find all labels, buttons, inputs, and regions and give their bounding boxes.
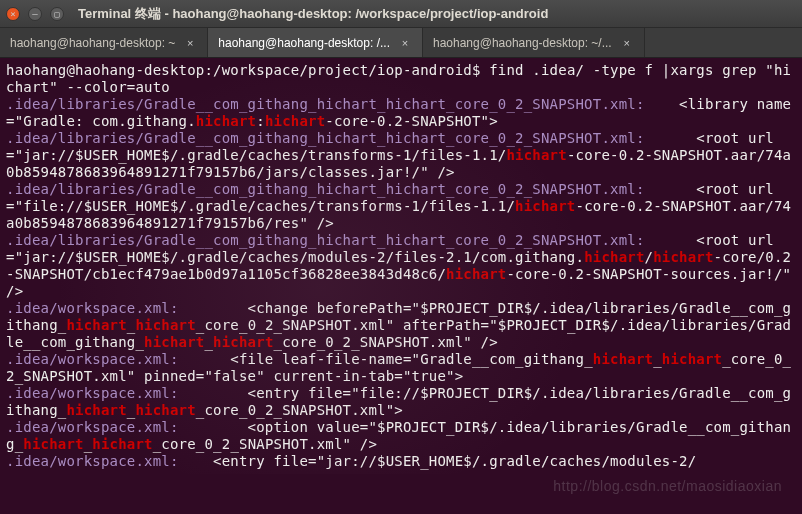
tab-1[interactable]: haohang@haohang-desktop: /... × — [208, 28, 423, 57]
watermark-text: http://blog.csdn.net/maosidiaoxian — [553, 478, 782, 494]
window-maximize-button[interactable]: ▢ — [50, 7, 64, 21]
tab-label: haohang@haohang-desktop: ~/... — [433, 36, 612, 50]
close-icon[interactable]: × — [183, 36, 197, 50]
tab-2[interactable]: haohang@haohang-desktop: ~/... × — [423, 28, 645, 57]
window-minimize-button[interactable]: – — [28, 7, 42, 21]
window-titlebar: × – ▢ Terminal 终端 - haohang@haohang-desk… — [0, 0, 802, 28]
tab-0[interactable]: haohang@haohang-desktop: ~ × — [0, 28, 208, 57]
window-title: Terminal 终端 - haohang@haohang-desktop: /… — [78, 5, 548, 23]
tab-bar: haohang@haohang-desktop: ~ × haohang@hao… — [0, 28, 802, 58]
terminal-output[interactable]: haohang@haohang-desktop:/workspace/proje… — [0, 58, 802, 474]
tab-label: haohang@haohang-desktop: ~ — [10, 36, 175, 50]
close-icon[interactable]: × — [620, 36, 634, 50]
window-close-button[interactable]: × — [6, 7, 20, 21]
close-icon[interactable]: × — [398, 36, 412, 50]
tab-label: haohang@haohang-desktop: /... — [218, 36, 390, 50]
